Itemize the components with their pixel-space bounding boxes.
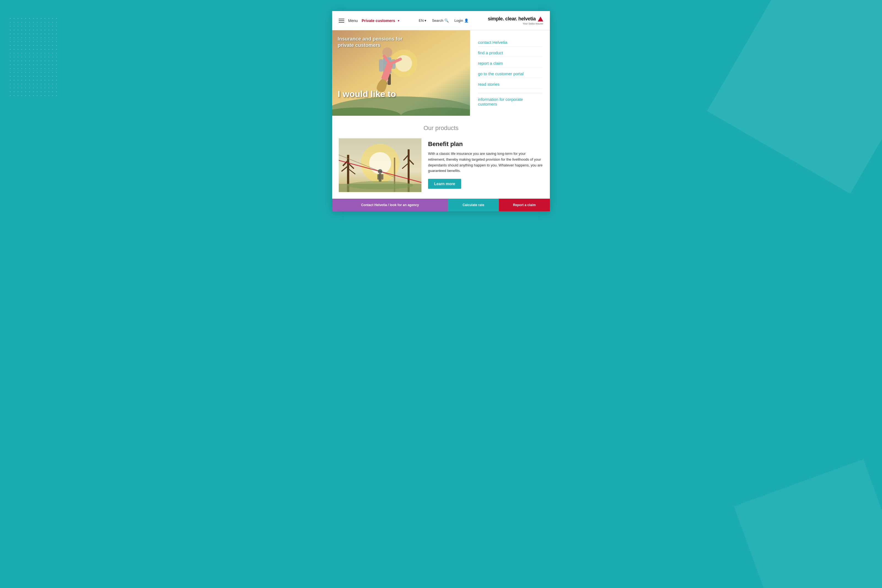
main-container: Menu Private customers ▾ EN ▾ Search 🔍 L… <box>332 11 550 212</box>
login-button[interactable]: Login 👤 <box>454 18 469 22</box>
svg-point-36 <box>347 181 413 189</box>
hero-menu-contact[interactable]: contact Helvetia <box>478 38 542 46</box>
header-left: Menu Private customers ▾ <box>339 18 399 23</box>
svg-rect-34 <box>381 174 383 180</box>
hero-image: Insurance and pensions for private custo… <box>332 30 470 116</box>
footer-report-button[interactable]: Report a claim <box>499 199 550 212</box>
hero-menu-find-product[interactable]: find a product <box>478 49 542 57</box>
dot-pattern <box>8 16 58 99</box>
product-card: Benefit plan With a classic life insuran… <box>339 138 543 192</box>
svg-point-31 <box>378 169 382 174</box>
footer-bar: Contact Helvetia / look for an agency Ca… <box>332 199 550 212</box>
customer-type-selector[interactable]: Private customers <box>362 18 395 23</box>
hero-menu-customer-portal[interactable]: go to the customer portal <box>478 70 542 78</box>
logo-sub: Your Swiss Insurer <box>488 22 543 25</box>
search-button[interactable]: Search 🔍 <box>432 18 449 22</box>
search-icon: 🔍 <box>444 18 449 22</box>
svg-rect-33 <box>377 174 379 180</box>
header-center: EN ▾ Search 🔍 Login 👤 <box>418 18 469 22</box>
hero-section: Insurance and pensions for private custo… <box>332 30 550 116</box>
chevron-down-icon: ▾ <box>398 19 399 22</box>
hero-menu-read-stories[interactable]: read stories <box>478 80 542 88</box>
footer-contact-button[interactable]: Contact Helvetia / look for an agency <box>332 199 448 212</box>
product-image <box>339 138 422 192</box>
hero-menu-report-claim[interactable]: report a claim <box>478 59 542 68</box>
product-description: With a classic life insurance you are sa… <box>428 151 543 174</box>
hero-menu: contact Helvetia find a product report a… <box>470 30 550 116</box>
product-forest-svg <box>339 138 422 192</box>
product-content: Benefit plan With a classic life insuran… <box>428 138 543 189</box>
svg-rect-6 <box>379 59 383 72</box>
login-label: Login <box>454 18 463 22</box>
header: Menu Private customers ▾ EN ▾ Search 🔍 L… <box>332 11 550 30</box>
hero-title-bottom: I would like to <box>338 89 396 99</box>
svg-point-3 <box>396 55 412 72</box>
products-title: Our products <box>339 124 543 132</box>
hero-title-top: Insurance and pensions for private custo… <box>338 36 409 49</box>
hero-menu-corporate[interactable]: information for corporate customers <box>478 93 542 108</box>
footer-calculate-button[interactable]: Calculate rate <box>448 199 499 212</box>
helvetia-triangle-icon <box>538 16 543 21</box>
logo-text: simple. clear. helvetia <box>488 16 543 22</box>
products-section: Our products <box>332 116 550 199</box>
lang-chevron-icon: ▾ <box>424 18 426 22</box>
user-icon: 👤 <box>464 18 469 22</box>
product-name: Benefit plan <box>428 141 543 148</box>
language-selector[interactable]: EN ▾ <box>418 18 426 22</box>
search-label: Search <box>432 18 443 22</box>
hamburger-icon[interactable] <box>339 19 344 22</box>
menu-label: Menu <box>348 18 358 23</box>
learn-more-button[interactable]: Learn more <box>428 179 461 189</box>
logo-area: simple. clear. helvetia Your Swiss Insur… <box>488 16 543 25</box>
